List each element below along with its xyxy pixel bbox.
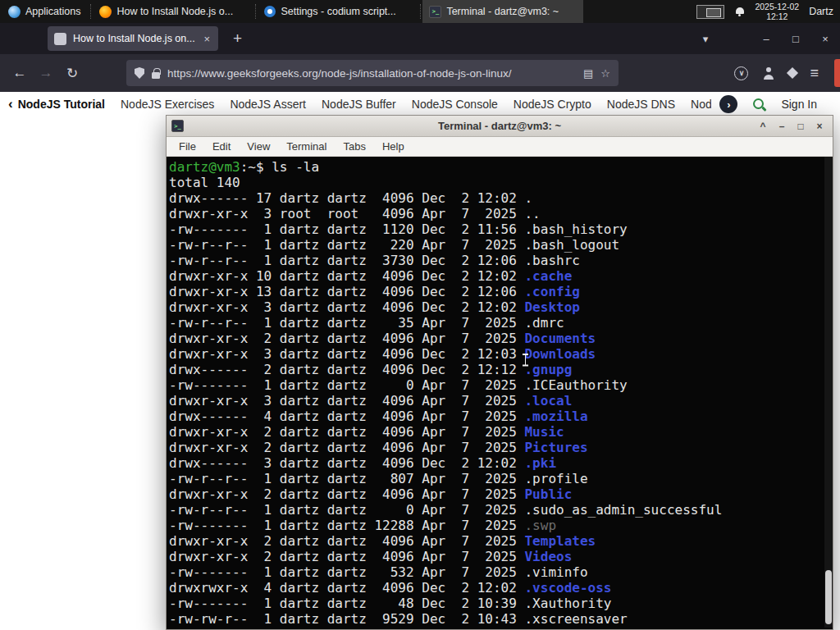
desktop: Applications How to Install Node.js o...… bbox=[0, 0, 840, 630]
applications-menu-button[interactable]: Applications bbox=[0, 0, 89, 23]
taskbar-item-terminal[interactable]: >_ Terminal - dartz@vm3: ~ bbox=[422, 0, 583, 23]
taskbar-label: How to Install Node.js o... bbox=[116, 6, 233, 17]
menu-help[interactable]: Help bbox=[375, 139, 412, 154]
nav-item-crypto[interactable]: NodeJS Crypto bbox=[514, 98, 591, 111]
terminal-minimize-button[interactable]: – bbox=[774, 118, 790, 135]
terminal-line: drwx------ 17 dartz dartz 4096 Dec 2 12:… bbox=[169, 190, 833, 206]
terminal-line: -rw-r--r-- 1 dartz dartz 807 Apr 7 2025 … bbox=[169, 471, 833, 486]
menu-file[interactable]: File bbox=[171, 139, 203, 154]
tab-title: How to Install Node.js on... bbox=[73, 33, 195, 44]
nav-item-assert[interactable]: NodeJS Assert bbox=[230, 98, 306, 111]
terminal-line: drwxr-xr-x 2 dartz dartz 4096 Apr 7 2025… bbox=[169, 533, 833, 549]
tab-close-icon[interactable]: × bbox=[202, 33, 212, 45]
panel-separator bbox=[90, 4, 91, 19]
terminal-close-button[interactable]: × bbox=[811, 118, 828, 135]
terminal-shade-button[interactable]: ^ bbox=[755, 118, 771, 135]
reader-mode-icon[interactable]: ▤ bbox=[583, 67, 593, 80]
terminal-output: dartz@vm3:~$ ls -latotal 140drwx------ 1… bbox=[169, 159, 833, 627]
top-panel: Applications How to Install Node.js o...… bbox=[0, 0, 840, 23]
terminal-line: drwxr-xr-x 2 dartz dartz 4096 Apr 7 2025… bbox=[169, 331, 833, 346]
applications-icon bbox=[8, 6, 21, 18]
notifications-bell-icon[interactable] bbox=[734, 7, 745, 17]
terminal-line: -rw-r--r-- 1 dartz dartz 0 Apr 7 2025 .s… bbox=[169, 502, 833, 518]
lock-icon[interactable] bbox=[152, 72, 160, 79]
search-icon[interactable] bbox=[752, 98, 766, 112]
taskbar-label: Settings - codium script... bbox=[281, 6, 395, 17]
terminal-line: drwxr-xr-x 2 dartz dartz 4096 Apr 7 2025… bbox=[169, 549, 833, 564]
extensions-icon[interactable] bbox=[787, 67, 798, 79]
panel-separator bbox=[420, 4, 421, 19]
terminal-line: drwx------ 2 dartz dartz 4096 Dec 2 12:1… bbox=[169, 362, 833, 377]
reload-icon[interactable]: ↻ bbox=[59, 60, 85, 86]
terminal-line: drwxr-xr-x 13 dartz dartz 4096 Dec 2 12:… bbox=[169, 284, 833, 299]
terminal-line: drwxrwxr-x 4 dartz dartz 4096 Dec 2 12:0… bbox=[169, 580, 833, 596]
nav-item-console[interactable]: NodeJS Console bbox=[412, 98, 498, 111]
taskbar-label: Terminal - dartz@vm3: ~ bbox=[446, 6, 559, 17]
menu-view[interactable]: View bbox=[240, 139, 277, 154]
applications-label: Applications bbox=[25, 6, 80, 17]
browser-tab-active[interactable]: How to Install Node.js on... × bbox=[48, 26, 218, 51]
browser-close-button[interactable]: × bbox=[810, 33, 840, 45]
menu-terminal[interactable]: Terminal bbox=[279, 139, 334, 154]
url-bar[interactable]: https://www.geeksforgeeks.org/node-js/in… bbox=[126, 60, 619, 86]
browser-maximize-button[interactable]: □ bbox=[781, 33, 810, 45]
tab-favicon bbox=[54, 33, 66, 45]
browser-toolbar: ← → ↻ https://www.geeksforgeeks.org/node… bbox=[0, 54, 840, 92]
terminal-line: drwxr-xr-x 3 dartz dartz 4096 Dec 2 12:0… bbox=[169, 299, 833, 315]
text-cursor-pointer bbox=[522, 354, 529, 367]
terminal-title-bar[interactable]: >_ Terminal - dartz@vm3: ~ ^ – □ × bbox=[167, 116, 833, 137]
nav-scroll-right-icon[interactable]: › bbox=[719, 95, 737, 113]
new-tab-button[interactable]: + bbox=[228, 30, 247, 48]
terminal-line: drwxr-xr-x 10 dartz dartz 4096 Dec 2 12:… bbox=[169, 268, 833, 284]
terminal-window: >_ Terminal - dartz@vm3: ~ ^ – □ × File … bbox=[166, 115, 833, 630]
terminal-line: drwxr-xr-x 2 dartz dartz 4096 Apr 7 2025… bbox=[169, 424, 833, 440]
url-text: https://www.geeksforgeeks.org/node-js/in… bbox=[167, 67, 576, 80]
list-all-tabs-icon[interactable]: ▾ bbox=[692, 33, 719, 45]
terminal-line: -rw------- 1 dartz dartz 0 Apr 7 2025 .I… bbox=[169, 377, 833, 393]
nav-item-exercises[interactable]: NodeJS Exercises bbox=[121, 98, 214, 111]
pinned-extension-icon[interactable] bbox=[834, 59, 840, 87]
terminal-line: drwxr-xr-x 3 dartz dartz 4096 Dec 2 12:0… bbox=[169, 346, 833, 362]
menu-edit[interactable]: Edit bbox=[205, 139, 238, 154]
clock[interactable]: 2025-12-02 12:12 bbox=[755, 2, 799, 21]
tracking-shield-icon[interactable] bbox=[135, 67, 144, 79]
terminal-scrollbar-thumb[interactable] bbox=[825, 570, 832, 624]
terminal-line: dartz@vm3:~$ ls -la bbox=[169, 159, 833, 175]
menu-tabs[interactable]: Tabs bbox=[336, 139, 372, 154]
terminal-line: -rw------- 1 dartz dartz 48 Dec 2 10:39 … bbox=[169, 596, 833, 611]
terminal-output-area[interactable]: dartz@vm3:~$ ls -latotal 140drwx------ 1… bbox=[167, 157, 833, 628]
terminal-line: -rw------- 1 dartz dartz 1120 Dec 2 11:5… bbox=[169, 221, 833, 237]
account-icon[interactable] bbox=[761, 66, 775, 80]
taskbar-item-firefox[interactable]: How to Install Node.js o... bbox=[93, 0, 253, 23]
terminal-window-title: Terminal - dartz@vm3: ~ bbox=[167, 120, 833, 132]
pocket-icon[interactable]: ∨ bbox=[734, 66, 748, 80]
panel-separator bbox=[255, 4, 256, 19]
taskbar-item-settings[interactable]: Settings - codium script... bbox=[258, 0, 418, 23]
terminal-line: drwx------ 3 dartz dartz 4096 Dec 2 12:0… bbox=[169, 455, 833, 471]
terminal-scrollbar[interactable] bbox=[824, 157, 833, 628]
nav-item-buffer[interactable]: NodeJS Buffer bbox=[322, 98, 396, 111]
back-icon[interactable]: ← bbox=[7, 60, 33, 86]
nav-scroll-left-icon[interactable]: ‹ bbox=[8, 96, 13, 112]
terminal-menu-bar: File Edit View Terminal Tabs Help bbox=[167, 137, 833, 157]
hamburger-menu-icon[interactable]: ≡ bbox=[810, 65, 819, 82]
terminal-maximize-button[interactable]: □ bbox=[792, 118, 809, 135]
terminal-line: drwxr-xr-x 2 dartz dartz 4096 Apr 7 2025… bbox=[169, 486, 833, 502]
site-nav-bar: ‹ NodeJS Tutorial NodeJS Exercises NodeJ… bbox=[0, 92, 840, 116]
terminal-line: drwxr-xr-x 3 root root 4096 Apr 7 2025 .… bbox=[169, 206, 833, 221]
workspace-pager[interactable] bbox=[696, 5, 724, 19]
nav-item-dns[interactable]: NodeJS DNS bbox=[607, 98, 675, 111]
browser-tab-bar: How to Install Node.js on... × + ▾ – □ × bbox=[0, 23, 840, 54]
toolbar-right: ∨ ≡ bbox=[734, 65, 833, 82]
nav-item-tutorial[interactable]: NodeJS Tutorial bbox=[18, 98, 105, 111]
nav-right: › Sign In bbox=[711, 92, 817, 116]
forward-icon[interactable]: → bbox=[33, 60, 59, 86]
bookmark-star-icon[interactable]: ☆ bbox=[600, 67, 610, 80]
sign-in-button[interactable]: Sign In bbox=[781, 98, 817, 111]
terminal-window-controls: ^ – □ × bbox=[755, 118, 828, 135]
terminal-line: drwxr-xr-x 3 dartz dartz 4096 Apr 7 2025… bbox=[169, 393, 833, 409]
panel-right: 2025-12-02 12:12 Dartz bbox=[696, 0, 840, 23]
terminal-line: -rw-r--r-- 1 dartz dartz 220 Apr 7 2025 … bbox=[169, 237, 833, 253]
clock-time: 12:12 bbox=[766, 11, 788, 21]
browser-minimize-button[interactable]: – bbox=[751, 33, 781, 45]
